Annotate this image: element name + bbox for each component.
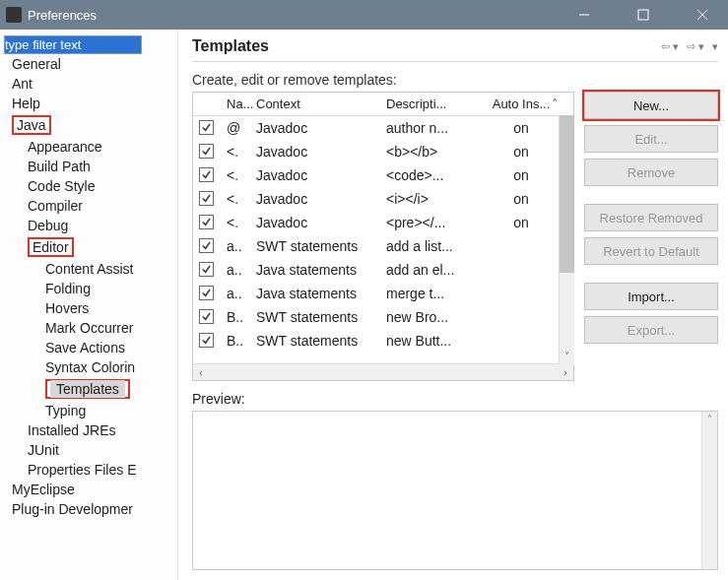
close-button[interactable] [683, 1, 722, 29]
nav-tree: GeneralAntHelpJavaAppearanceBuild PathCo… [0, 54, 177, 519]
checkbox[interactable] [199, 120, 214, 135]
sidebar-item-editor[interactable]: Editor [0, 235, 177, 259]
window-title: Preferences [28, 8, 97, 23]
table-row[interactable]: <.Javadoc<code>...on [193, 163, 573, 187]
sidebar-item-content-assist[interactable]: Content Assist [0, 259, 177, 279]
checkbox[interactable] [199, 286, 214, 300]
checkbox[interactable] [199, 309, 214, 324]
sidebar-item-java[interactable]: Java [0, 113, 177, 137]
edit-button[interactable]: Edit... [584, 125, 718, 153]
table-header[interactable]: Na... Context Descripti... Auto Ins... ˄ [193, 93, 573, 116]
sidebar-item-code-style[interactable]: Code Style [0, 176, 177, 196]
table-row[interactable]: <.Javadoc<pre></...on [193, 211, 573, 234]
table-row[interactable]: @Javadocauthor n...on [193, 116, 573, 140]
scroll-up-icon[interactable]: ˄ [702, 412, 717, 427]
checkbox[interactable] [199, 238, 214, 253]
sidebar-item-general[interactable]: General [0, 54, 177, 74]
filter-input[interactable]: type filter text [4, 35, 142, 54]
sidebar-item-save-actions[interactable]: Save Actions [0, 338, 177, 357]
sidebar-item-compiler[interactable]: Compiler [0, 196, 177, 216]
scroll-right-icon[interactable]: › [558, 367, 573, 378]
forward-icon[interactable]: ⇨ ▾ [687, 40, 704, 53]
main-panel: Templates ⇦ ▾ ⇨ ▾ ▾ Create, edit or remo… [178, 30, 728, 580]
preview-scrollbar[interactable]: ˄ [701, 412, 717, 569]
col-autoinsert[interactable]: Auto Ins... [491, 97, 552, 111]
preview-box: ˄ [192, 411, 718, 570]
checkbox[interactable] [199, 333, 214, 348]
sidebar-item-junit[interactable]: JUnit [0, 440, 177, 460]
export-button[interactable]: Export... [584, 316, 718, 344]
checkbox[interactable] [199, 262, 214, 277]
scroll-up-icon[interactable]: ˄ [552, 97, 567, 111]
minimize-button[interactable] [564, 1, 604, 29]
sidebar-item-myeclipse[interactable]: MyEclipse [0, 480, 177, 499]
sidebar-item-installed-jres[interactable]: Installed JREs [0, 420, 177, 440]
sidebar: type filter text GeneralAntHelpJavaAppea… [0, 30, 178, 580]
sidebar-item-help[interactable]: Help [0, 94, 177, 113]
vscrollbar[interactable]: ˅ [559, 115, 574, 364]
table-row[interactable]: B..SWT statementsnew Butt... [193, 329, 573, 353]
hscrollbar[interactable]: ‹ › [193, 363, 573, 380]
scroll-thumb[interactable] [560, 115, 574, 273]
checkbox[interactable] [199, 144, 214, 159]
toolbar-nav[interactable]: ⇦ ▾ ⇨ ▾ ▾ [661, 40, 718, 53]
sidebar-item-ant[interactable]: Ant [0, 74, 177, 94]
sidebar-item-templates[interactable]: Templates [0, 377, 177, 401]
templates-table: Na... Context Descripti... Auto Ins... ˄… [192, 92, 574, 381]
checkbox[interactable] [199, 167, 214, 182]
maximize-button[interactable] [624, 1, 663, 29]
restore-removed-button[interactable]: Restore Removed [584, 204, 718, 231]
back-icon[interactable]: ⇦ ▾ [661, 40, 679, 53]
page-title: Templates [192, 37, 269, 55]
sidebar-item-appearance[interactable]: Appearance [0, 137, 177, 157]
app-icon [6, 7, 22, 23]
preview-label: Preview: [192, 391, 718, 407]
sidebar-item-folding[interactable]: Folding [0, 279, 177, 298]
sidebar-item-debug[interactable]: Debug [0, 216, 177, 235]
table-row[interactable]: a..Java statementsmerge t... [193, 282, 573, 305]
import-button[interactable]: Import... [584, 283, 718, 310]
scroll-left-icon[interactable]: ‹ [193, 367, 209, 378]
svg-rect-1 [638, 10, 648, 20]
checkbox[interactable] [199, 191, 214, 206]
table-row[interactable]: a..Java statementsadd an el... [193, 258, 573, 282]
scroll-down-icon[interactable]: ˅ [560, 349, 574, 364]
col-description[interactable]: Descripti... [386, 97, 491, 111]
sidebar-item-properties-files-e[interactable]: Properties Files E [0, 460, 177, 480]
sidebar-item-syntax-colorin[interactable]: Syntax Colorin [0, 357, 177, 377]
col-context[interactable]: Context [256, 97, 386, 111]
revert-default-button[interactable]: Revert to Default [584, 237, 718, 265]
checkbox[interactable] [199, 215, 214, 229]
button-column: New... Edit... Remove Restore Removed Re… [584, 92, 718, 381]
table-row[interactable]: a..SWT statementsadd a list... [193, 234, 573, 258]
col-name[interactable]: Na... [227, 97, 256, 111]
sidebar-item-build-path[interactable]: Build Path [0, 157, 177, 176]
table-row[interactable]: <.Javadoc<i></i>on [193, 187, 573, 211]
sidebar-item-hovers[interactable]: Hovers [0, 298, 177, 318]
table-row[interactable]: B..SWT statementsnew Bro... [193, 305, 573, 329]
sidebar-item-typing[interactable]: Typing [0, 401, 177, 420]
new-button[interactable]: New... [584, 92, 718, 119]
remove-button[interactable]: Remove [584, 159, 718, 186]
table-row[interactable]: <.Javadoc<b></b>on [193, 140, 573, 163]
sidebar-item-plug-in-developmer[interactable]: Plug-in Developmer [0, 499, 177, 519]
titlebar: Preferences [0, 0, 728, 30]
instruction-label: Create, edit or remove templates: [192, 72, 718, 88]
dropdown-icon[interactable]: ▾ [712, 40, 718, 53]
sidebar-item-mark-occurrer[interactable]: Mark Occurrer [0, 318, 177, 338]
